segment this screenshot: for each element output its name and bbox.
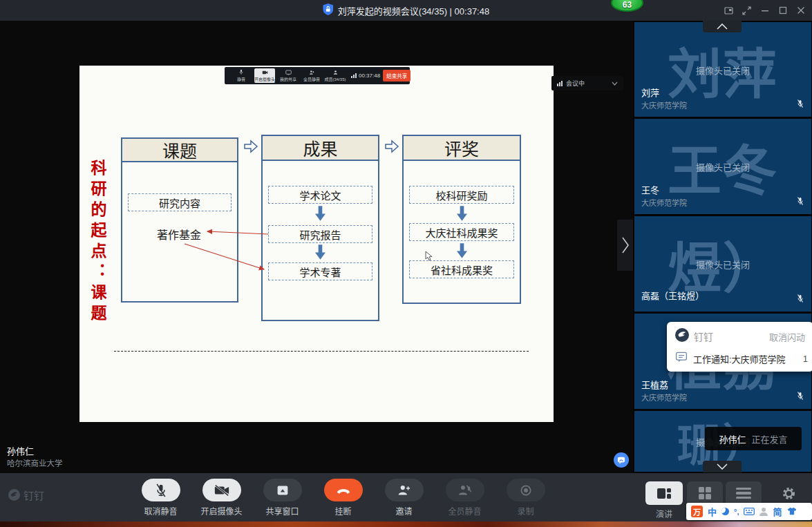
notification-count: 1	[803, 354, 809, 364]
participant-name: 高磊（王铭煜）	[641, 289, 704, 302]
mute-all-button[interactable]: 全员静音	[445, 479, 484, 517]
participant-name: 王植荔	[641, 378, 668, 391]
panel-expand-chevron[interactable]	[617, 220, 633, 271]
down-arrow-icon	[315, 244, 325, 264]
chevron-right-icon	[621, 236, 630, 255]
cancel-flash-link[interactable]: 取消闪动	[769, 330, 805, 343]
sidebar-scroll-down-button[interactable]	[703, 461, 742, 472]
window-controls	[724, 0, 805, 21]
camera-off-label: 摄像头已关闭	[634, 258, 811, 271]
float-camera-button[interactable]: 开启摄像头	[254, 68, 275, 83]
unmute-button[interactable]: 取消静音	[141, 479, 180, 517]
compact-mode-icon[interactable]	[724, 6, 733, 15]
chat-bubble-button[interactable]	[614, 452, 629, 468]
end-share-button[interactable]: 结束共享	[383, 70, 410, 82]
camera-off-label: 摄像头已关闭	[634, 160, 811, 173]
ime-toolbar: 万 中 °, 简	[686, 503, 812, 520]
grid-view-icon	[699, 487, 711, 499]
fullscreen-icon[interactable]	[742, 6, 751, 15]
mic-muted-icon	[154, 483, 168, 498]
mic-muted-icon	[796, 391, 804, 403]
down-arrow-icon	[457, 242, 467, 262]
lock-shield-icon	[323, 3, 333, 17]
share-timer: 00:37:48	[351, 73, 380, 79]
speaking-name: 孙伟仁	[719, 432, 746, 445]
down-arrow-icon	[457, 205, 467, 225]
speaker-view-icon	[657, 488, 671, 499]
dingtalk-notification-popup[interactable]: 钉钉 取消闪动 工作通知:大庆师范学院 1	[667, 322, 812, 372]
mouse-cursor	[425, 251, 433, 265]
notification-app-name: 钉钉	[694, 329, 764, 343]
speaker-view-button[interactable]	[645, 481, 683, 505]
down-arrow-icon	[315, 205, 325, 225]
overlay-counter-badge: 63	[611, 0, 643, 12]
dingtalk-logo-icon	[8, 489, 20, 501]
minimize-icon[interactable]	[760, 6, 769, 15]
label-book-fund: 著作基金	[157, 226, 201, 242]
gear-icon	[782, 486, 796, 501]
box-school-award: 校科研奖励	[409, 186, 514, 204]
participant-tile[interactable]: 煜） 摄像头已关闭 高磊（王铭煜）	[634, 216, 811, 312]
slide-vertical-title: 科研的起点：课题	[85, 160, 108, 325]
ime-punctuation-toggle[interactable]: °,	[734, 508, 739, 516]
dingtalk-brand: 钉钉	[8, 488, 44, 502]
ime-fullwidth-moon-icon[interactable]	[721, 508, 729, 515]
float-mute-all-button[interactable]: 全员静音	[301, 68, 322, 83]
chevron-down-icon	[612, 82, 618, 86]
close-icon[interactable]	[796, 6, 805, 15]
desktop-wallpaper-strip	[0, 521, 812, 527]
sidebar-collapse-button[interactable]	[703, 21, 742, 32]
dashed-separator-line	[114, 351, 529, 352]
ime-logo[interactable]: 万	[691, 506, 703, 517]
float-members-button[interactable]: 成员(34/35)	[325, 68, 346, 83]
participant-tile[interactable]: 王冬 摄像头已关闭 王冬 大庆师范学院	[634, 119, 811, 214]
mute-all-icon	[457, 483, 472, 497]
control-buttons: 取消静音 开启摄像头 共享窗口 挂断	[141, 479, 545, 517]
signal-bars-icon	[351, 73, 357, 78]
chevron-up-icon	[717, 23, 728, 30]
camera-on-button[interactable]: 开启摄像头	[202, 479, 241, 517]
invite-button[interactable]: 邀请	[384, 479, 424, 517]
brand-label: 钉钉	[23, 488, 44, 502]
box-academic-monograph: 学术专著	[268, 262, 372, 280]
meeting-title-wrap: 刘萍发起的视频会议(34/35) | 00:37:48	[323, 0, 489, 21]
grid-view-button[interactable]	[687, 481, 723, 505]
current-speaker-name: 孙伟仁	[7, 444, 34, 457]
camera-off-label: 摄像头已关闭	[634, 63, 811, 76]
maximize-icon[interactable]	[778, 6, 787, 15]
list-view-button[interactable]	[726, 481, 762, 505]
mic-muted-icon	[796, 99, 804, 111]
ime-skin-icon[interactable]	[787, 506, 797, 518]
signal-bars-icon	[557, 81, 563, 86]
participant-tile[interactable]: 刘萍 摄像头已关闭 刘萍 大庆师范学院	[634, 22, 811, 117]
participant-name: 刘萍	[641, 86, 659, 99]
box-research-report: 研究报告	[268, 225, 372, 243]
participants-sidebar: 刘萍 摄像头已关闭 刘萍 大庆师范学院 王冬 摄像头已关闭 王冬 大庆师范学院 …	[633, 21, 812, 473]
flow-arrow-right-icon	[243, 139, 258, 157]
list-view-icon	[736, 488, 751, 499]
column-header-topic: 课题	[121, 137, 238, 162]
ime-keyboard-icon[interactable]	[744, 506, 755, 518]
meeting-status-pill[interactable]: 会议中	[551, 76, 623, 90]
camera-off-icon	[214, 483, 230, 497]
column-header-awards: 评奖	[402, 135, 521, 161]
ime-simplified-toggle[interactable]: 简	[773, 505, 782, 518]
ime-language-toggle[interactable]: 中	[708, 505, 717, 518]
mic-muted-icon	[796, 294, 804, 306]
box-academic-paper: 学术论文	[268, 186, 372, 204]
ime-profile-icon[interactable]	[759, 508, 768, 516]
settings-button[interactable]	[778, 481, 799, 505]
hangup-button[interactable]: 挂断	[323, 479, 363, 517]
message-bubble-icon	[675, 351, 688, 366]
float-my-share-button[interactable]: 我的共享	[278, 68, 299, 83]
share-window-button[interactable]: 共享窗口	[263, 479, 302, 517]
notification-message-row[interactable]: 工作通知:大庆师范学院 1	[667, 347, 812, 370]
record-button[interactable]: 录制	[506, 479, 545, 517]
notification-header: 钉钉 取消闪动	[667, 322, 812, 347]
speaking-toast: 孙伟仁 正在发言	[705, 427, 802, 450]
floating-share-toolbar: 静音 开启摄像头 我的共享 全员静音 成员(34/35)	[225, 67, 410, 84]
shared-screen-stage: 静音 开启摄像头 我的共享 全员静音 成员(34/35)	[0, 21, 633, 473]
participant-org: 大庆师范学院	[641, 99, 687, 111]
float-mute-button[interactable]: 静音	[231, 68, 252, 83]
view-mode-label: 演讲	[645, 508, 683, 519]
